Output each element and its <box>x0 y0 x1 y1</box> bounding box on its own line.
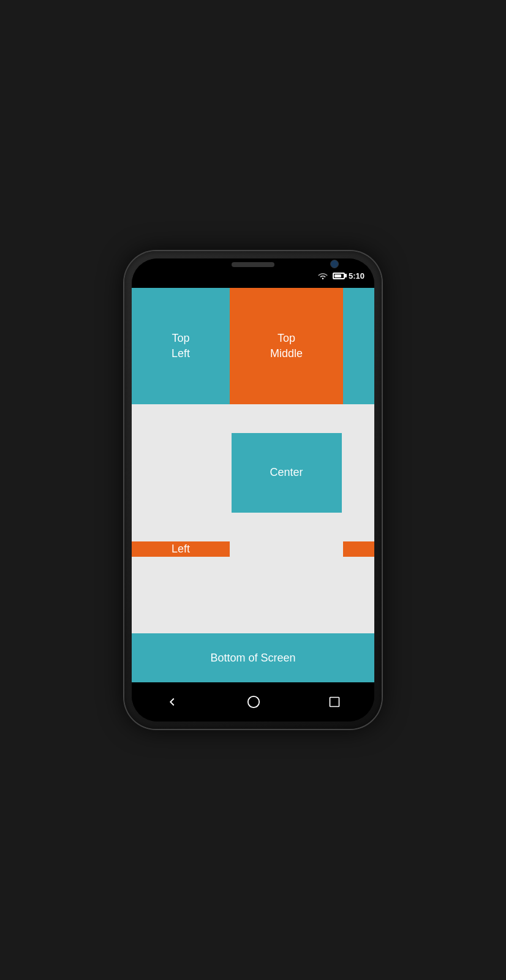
nav-bar <box>132 682 374 722</box>
left-label: Left <box>172 541 190 557</box>
bot-middle-cell <box>230 541 343 633</box>
left-cell: Left <box>132 541 230 557</box>
status-time: 5:10 <box>349 271 364 281</box>
top-middle-cell: Top Middle <box>230 288 343 404</box>
camera <box>330 260 339 268</box>
back-button[interactable] <box>165 695 179 709</box>
wifi-icon <box>317 270 329 282</box>
battery-icon <box>333 273 345 279</box>
top-middle-label: Top Middle <box>270 331 303 361</box>
home-button[interactable] <box>247 695 260 709</box>
mid-right-cell <box>343 404 374 541</box>
bottom-bar: Bottom of Screen <box>132 633 374 682</box>
right-cell: Right <box>343 541 374 557</box>
center-box: Center <box>232 433 342 513</box>
top-right-cell: Top Right <box>343 288 374 404</box>
top-left-label: Top Left <box>172 331 190 361</box>
recent-button[interactable] <box>328 696 341 708</box>
center-label: Center <box>270 465 303 480</box>
svg-rect-1 <box>330 698 339 707</box>
status-icons: 5:10 <box>317 270 364 282</box>
svg-point-0 <box>248 696 259 707</box>
mid-left-cell <box>132 404 230 541</box>
top-left-cell: Top Left <box>132 288 230 404</box>
phone-device: 5:10 Top Left Top Middle <box>124 251 382 729</box>
mid-center-cell: Center <box>230 404 343 541</box>
phone-screen: 5:10 Top Left Top Middle <box>132 258 374 722</box>
grid-area: Top Left Top Middle Top Right <box>132 288 374 633</box>
screen-content: Top Left Top Middle Top Right <box>132 288 374 682</box>
bottom-bar-text: Bottom of Screen <box>210 652 295 665</box>
speaker <box>232 262 274 267</box>
